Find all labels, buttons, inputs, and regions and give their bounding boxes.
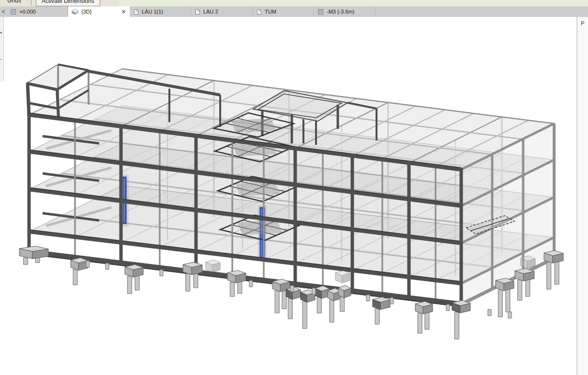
view-3d-icon — [72, 9, 78, 15]
tab-label: TUM — [265, 9, 276, 15]
tab-label: -M3 (-3.6m) — [327, 9, 354, 15]
tab-label: +0.000 — [19, 9, 36, 15]
divider — [31, 0, 31, 5]
activate-dimensions-button[interactable]: Activate Dimensions — [36, 0, 100, 6]
tab-scroll-left-icon[interactable]: < — [0, 6, 7, 17]
view-tab-bar: < +0.000 {3D} ✕ LÀU 1(1) LÀU 2 — [0, 6, 588, 17]
right-panel-label: P — [577, 20, 588, 26]
options-bar: Grids Activate Dimensions — [0, 0, 588, 6]
tab-floor-plan-lau1[interactable]: LÀU 1(1) — [130, 6, 191, 17]
tab-floor-plan-lau2[interactable]: LÀU 2 — [191, 6, 253, 17]
tab-floor-plan-tum[interactable]: TUM — [253, 6, 314, 17]
tab-3d-view-active[interactable]: {3D} ✕ — [68, 6, 130, 17]
viewport-3d-model[interactable] — [0, 0, 588, 375]
floor-plan-icon — [256, 9, 262, 15]
floor-plan-icon — [133, 9, 139, 15]
chevron-icon[interactable]: ^ — [0, 58, 2, 62]
tab-close-icon[interactable]: ✕ — [121, 9, 126, 15]
contextual-tab-label: Grids — [7, 0, 21, 4]
tab-label: {3D} — [81, 9, 91, 15]
tab-label: LÀU 1(1) — [142, 9, 163, 15]
tab-structural-plan-0000[interactable]: +0.000 — [7, 6, 68, 17]
dropdown-arrow-icon[interactable]: ▾ — [0, 31, 2, 35]
structural-plan-icon — [10, 9, 16, 15]
left-palette-sliver: ▾ ^ — [0, 17, 4, 81]
floor-plan-icon — [195, 9, 200, 15]
tab-label: LÀU 2 — [203, 9, 218, 15]
tab-structural-plan-m3[interactable]: -M3 (-3.6m) — [314, 6, 376, 17]
right-side-panel[interactable]: P — [577, 17, 588, 375]
structural-plan-icon — [317, 9, 324, 15]
